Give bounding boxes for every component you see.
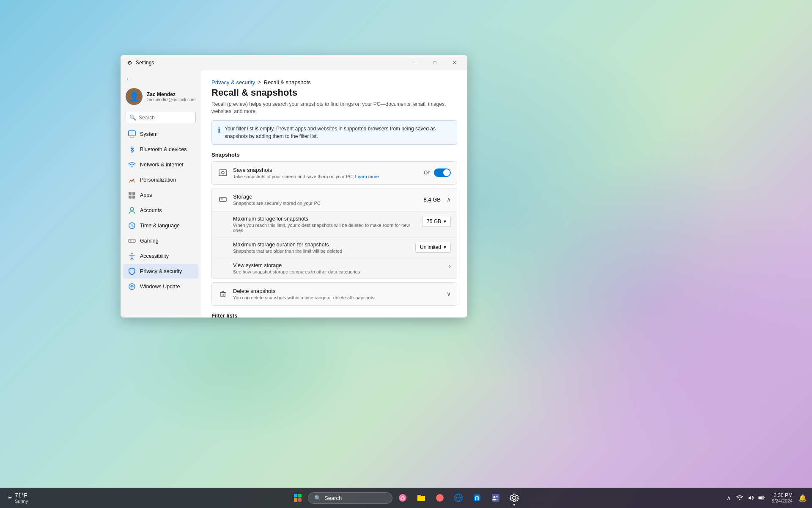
taskbar-app-colorful[interactable] xyxy=(431,489,448,506)
taskbar-teams[interactable] xyxy=(487,489,504,506)
view-system-storage-row[interactable]: View system storage See how snapshot sto… xyxy=(212,258,457,279)
taskbar-left: ☀ 71°F Sunny xyxy=(3,490,32,505)
save-snapshots-toggle[interactable] xyxy=(434,168,451,177)
user-email: zacmendez@outlook.com xyxy=(147,97,195,102)
tray-chevron[interactable]: ∧ xyxy=(724,494,733,502)
max-storage-dropdown[interactable]: 75 GB ▾ xyxy=(422,216,451,227)
back-button[interactable]: ← xyxy=(121,74,201,84)
max-storage-desc: When you reach this limit, your oldest s… xyxy=(233,223,417,233)
svg-rect-36 xyxy=(492,494,499,502)
tray-battery-icon[interactable] xyxy=(757,494,766,502)
save-snapshots-link[interactable]: Learn more xyxy=(355,174,379,179)
max-duration-dropdown[interactable]: Unlimited ▾ xyxy=(415,242,451,253)
clock-time: 2:30 PM xyxy=(772,492,793,498)
sidebar-item-personalization-label: Personalization xyxy=(140,177,176,183)
taskbar-search-icon: 🔍 xyxy=(314,495,321,501)
svg-rect-3 xyxy=(129,192,132,195)
delete-snapshots-desc: You can delete snapshots within a time r… xyxy=(233,295,439,300)
taskbar-center: 🔍 Search 🌸 xyxy=(289,489,523,506)
save-snapshots-card: Save snapshots Take snapshots of your sc… xyxy=(211,161,457,185)
sidebar-item-time-label: Time & language xyxy=(140,223,180,229)
max-storage-row: Maximum storage for snapshots When you r… xyxy=(212,211,457,237)
weather-widget[interactable]: ☀ 71°F Sunny xyxy=(3,490,32,505)
storage-card: Storage Snapshots are securely stored on… xyxy=(211,188,457,279)
taskbar-browser[interactable] xyxy=(450,489,467,506)
sidebar-item-privacy[interactable]: Privacy & security xyxy=(123,264,198,279)
svg-point-37 xyxy=(494,496,496,498)
weather-info: 71°F Sunny xyxy=(15,492,28,504)
svg-point-14 xyxy=(222,171,224,174)
sidebar-item-apps[interactable]: Apps xyxy=(123,188,198,202)
snapshot-icon xyxy=(218,168,228,178)
weather-icon: ☀ xyxy=(8,495,12,501)
delete-snapshots-label: Delete snapshots xyxy=(233,288,439,294)
network-icon xyxy=(128,161,136,168)
sidebar-item-network[interactable]: Network & internet xyxy=(123,157,198,172)
save-snapshots-label: Save snapshots xyxy=(233,167,419,173)
view-system-storage-label: View system storage xyxy=(233,262,444,268)
window-body: ← 👤 Zac Mendez zacmendez@outlook.com 🔍 xyxy=(121,70,467,318)
info-banner-text: Your filter list is empty. Prevent apps … xyxy=(225,125,451,140)
max-storage-label: Maximum storage for snapshots xyxy=(233,216,417,222)
weather-temp: 71°F xyxy=(15,492,28,499)
search-input[interactable] xyxy=(139,115,201,121)
max-duration-row: Maximum storage duration for snapshots S… xyxy=(212,237,457,258)
personalization-icon xyxy=(128,176,136,184)
tray-volume-icon[interactable] xyxy=(746,494,755,502)
info-banner: ℹ Your filter list is empty. Prevent app… xyxy=(211,120,457,145)
breadcrumb: Privacy & security > Recall & snapshots xyxy=(211,79,457,86)
taskbar-settings[interactable] xyxy=(506,489,523,506)
sidebar-item-system[interactable]: System xyxy=(123,127,198,141)
delete-snapshots-chevron[interactable]: ∨ xyxy=(447,290,451,297)
window-title: Settings xyxy=(136,60,154,66)
sidebar-item-gaming[interactable]: Gaming xyxy=(123,234,198,248)
delete-icon xyxy=(218,289,228,299)
sidebar-item-bluetooth[interactable]: Bluetooth & devices xyxy=(123,142,198,157)
svg-point-31 xyxy=(436,494,444,502)
update-icon xyxy=(128,283,136,290)
max-duration-text: Maximum storage duration for snapshots S… xyxy=(233,242,410,254)
sidebar-item-accounts[interactable]: Accounts xyxy=(123,203,198,218)
save-snapshots-status: On xyxy=(424,170,431,176)
svg-rect-42 xyxy=(764,497,765,498)
taskbar-store[interactable] xyxy=(469,489,486,506)
sidebar-item-bluetooth-label: Bluetooth & devices xyxy=(140,146,187,152)
title-bar-left: ⚙ Settings xyxy=(127,60,154,66)
clock[interactable]: 2:30 PM 9/24/2024 xyxy=(769,491,795,504)
sidebar-item-time[interactable]: Time & language xyxy=(123,218,198,233)
svg-rect-24 xyxy=(294,498,297,502)
page-header: Privacy & security > Recall & snapshots … xyxy=(211,79,457,115)
sidebar-item-personalization[interactable]: Personalization xyxy=(123,173,198,187)
sidebar-item-network-label: Network & internet xyxy=(140,162,184,168)
svg-rect-17 xyxy=(221,293,225,297)
delete-snapshots-text: Delete snapshots You can delete snapshot… xyxy=(233,288,439,300)
svg-point-7 xyxy=(130,207,134,211)
view-system-storage-desc: See how snapshot storage compares to oth… xyxy=(233,269,444,274)
start-button[interactable] xyxy=(289,489,306,506)
close-button[interactable]: ✕ xyxy=(444,56,464,69)
taskbar: ☀ 71°F Sunny 🔍 Search 🌸 xyxy=(0,488,812,508)
info-icon: ℹ xyxy=(218,125,220,135)
notification-icon[interactable]: 🔔 xyxy=(798,494,807,502)
minimize-button[interactable]: ─ xyxy=(406,56,425,69)
apps-icon xyxy=(128,191,136,199)
svg-text:🌸: 🌸 xyxy=(400,495,406,501)
taskbar-app-unknown1[interactable]: 🌸 xyxy=(394,489,411,506)
svg-point-39 xyxy=(739,499,741,500)
taskbar-search[interactable]: 🔍 Search xyxy=(308,492,392,504)
sidebar-search-box[interactable]: 🔍 xyxy=(126,112,196,123)
sidebar-item-update[interactable]: Windows Update xyxy=(123,279,198,294)
max-storage-text: Maximum storage for snapshots When you r… xyxy=(233,216,417,233)
title-bar-controls: ─ □ ✕ xyxy=(406,56,464,69)
storage-chevron-up[interactable]: ∧ xyxy=(447,196,451,203)
breadcrumb-parent[interactable]: Privacy & security xyxy=(211,79,255,86)
max-duration-control: Unlimited ▾ xyxy=(415,242,451,253)
bluetooth-icon xyxy=(128,146,136,153)
tray-network-icon[interactable] xyxy=(735,494,744,502)
taskbar-file-explorer[interactable] xyxy=(413,489,430,506)
storage-desc: Snapshots are securely stored on your PC xyxy=(233,201,419,206)
search-icon: 🔍 xyxy=(129,114,136,121)
maximize-button[interactable]: □ xyxy=(425,56,444,69)
sidebar-item-accessibility[interactable]: Accessibility xyxy=(123,249,198,263)
filter-lists-section-header: Filter lists xyxy=(211,312,457,318)
